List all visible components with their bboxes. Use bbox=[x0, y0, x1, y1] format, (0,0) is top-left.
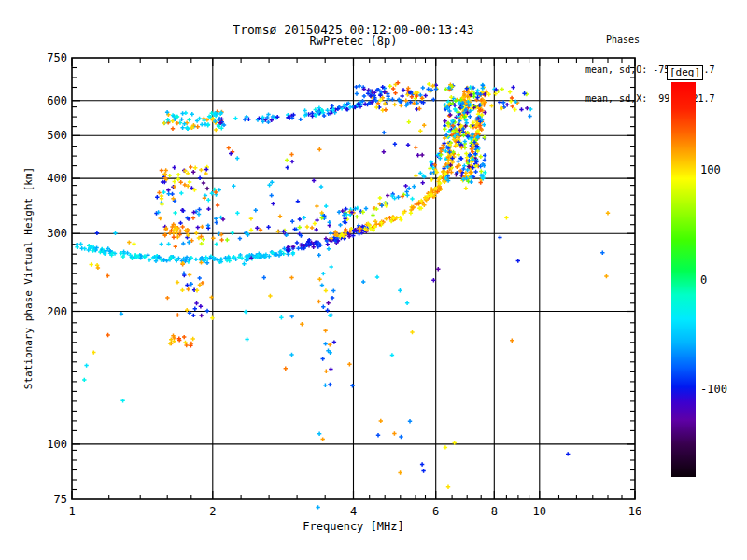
x-tick-label: 6 bbox=[416, 505, 457, 518]
y-tick-label: 100 bbox=[26, 438, 67, 451]
x-tick-label: 1 bbox=[51, 505, 92, 518]
colorbar-tick-label: -100 bbox=[700, 383, 741, 396]
ionogram-page: Tromsø 20150425 00:12:00-00:13:43 RwPret… bbox=[0, 0, 747, 560]
x-tick-label: 4 bbox=[333, 505, 374, 518]
x-tick-label: 16 bbox=[614, 505, 655, 518]
colorbar-tick-label: 0 bbox=[700, 273, 741, 287]
colorbar bbox=[671, 82, 696, 477]
colorbar-tick-label: 100 bbox=[700, 163, 741, 176]
x-tick-label: 8 bbox=[473, 505, 514, 518]
y-tick-label: 75 bbox=[26, 493, 67, 506]
y-tick-label: 750 bbox=[26, 51, 67, 64]
y-axis-title: Stationary phase Virtual Height [km] bbox=[22, 167, 35, 389]
x-tick-label: 2 bbox=[192, 505, 233, 518]
colorbar-unit-label: [deg] bbox=[667, 65, 703, 80]
x-axis-title: Frequency [MHz] bbox=[0, 520, 707, 533]
y-tick-label: 500 bbox=[26, 129, 67, 142]
x-tick-label: 10 bbox=[519, 505, 560, 518]
y-tick-label: 600 bbox=[26, 94, 67, 107]
scatter-plot-canvas bbox=[0, 0, 747, 560]
